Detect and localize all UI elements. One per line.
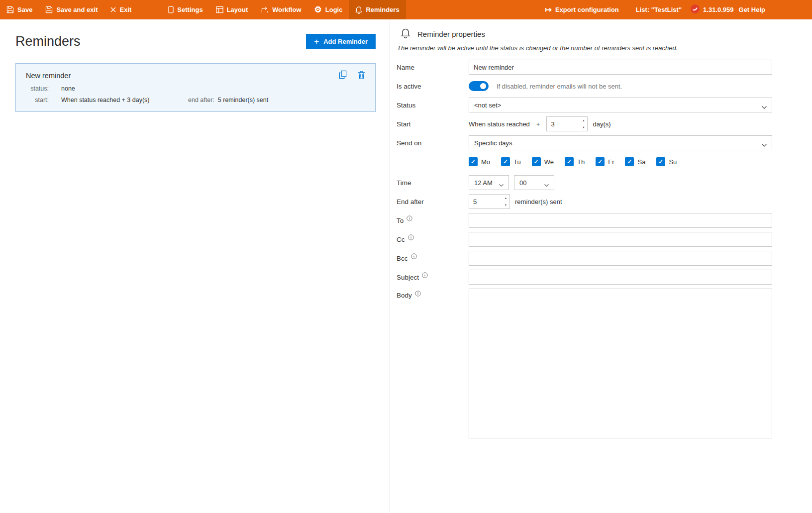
workflow-label: Workflow bbox=[272, 6, 301, 13]
trash-icon bbox=[358, 71, 365, 81]
checkbox-checked[interactable]: ✓ bbox=[565, 157, 574, 166]
body-textarea[interactable] bbox=[469, 289, 772, 438]
name-row: Name bbox=[397, 60, 772, 75]
to-row: To bbox=[397, 213, 772, 228]
time-minute-value: 00 bbox=[519, 179, 526, 187]
day-checkbox-tu[interactable]: ✓ Tu bbox=[501, 157, 521, 166]
spin-up-button[interactable]: ▴ bbox=[502, 195, 509, 202]
spin-up-button[interactable]: ▴ bbox=[580, 117, 587, 124]
plumsail-logo-icon bbox=[691, 4, 700, 15]
close-icon bbox=[110, 7, 116, 12]
day-label: We bbox=[544, 158, 554, 166]
bcc-input[interactable] bbox=[469, 251, 772, 266]
chevron-down-icon bbox=[544, 181, 549, 189]
check-icon: ✓ bbox=[627, 159, 632, 165]
properties-header: Reminder properties bbox=[397, 27, 772, 40]
info-icon[interactable] bbox=[406, 215, 412, 221]
reminder-card-start-row: start: When status reached + 3 day(s) en… bbox=[26, 97, 365, 103]
end-after-row-value: 5 reminder(s) sent bbox=[218, 97, 268, 103]
checkbox-checked[interactable]: ✓ bbox=[625, 157, 634, 166]
to-input[interactable] bbox=[469, 213, 772, 228]
layout-tab[interactable]: Layout bbox=[209, 0, 255, 19]
time-hour-value: 12 AM bbox=[474, 179, 493, 187]
info-icon[interactable] bbox=[415, 291, 421, 297]
save-and-exit-label: Save and exit bbox=[56, 6, 98, 13]
start-days-stepper: ▴ ▾ bbox=[546, 116, 588, 131]
check-icon: ✓ bbox=[534, 159, 539, 165]
save-and-exit-button[interactable]: Save and exit bbox=[39, 0, 104, 19]
day-checkbox-sa[interactable]: ✓ Sa bbox=[625, 157, 645, 166]
exit-label: Exit bbox=[119, 6, 131, 13]
add-reminder-button[interactable]: + Add Reminder bbox=[306, 34, 376, 49]
workflow-tab[interactable]: Workflow bbox=[254, 0, 307, 19]
save-icon bbox=[45, 6, 53, 13]
reminder-card-title: New reminder bbox=[26, 72, 71, 80]
check-icon: ✓ bbox=[598, 159, 603, 165]
checkbox-checked[interactable]: ✓ bbox=[469, 157, 478, 166]
day-checkbox-mo[interactable]: ✓ Mo bbox=[469, 157, 490, 166]
bell-icon bbox=[401, 28, 410, 40]
body-row: Body bbox=[397, 289, 772, 438]
start-days-input[interactable] bbox=[547, 117, 580, 131]
name-input[interactable] bbox=[469, 60, 772, 75]
export-configuration-button[interactable]: ↦ Export configuration bbox=[540, 5, 624, 14]
start-plus-text: + bbox=[536, 120, 540, 128]
spin-down-button[interactable]: ▾ bbox=[580, 124, 587, 131]
properties-note: The reminder will be active until the st… bbox=[397, 44, 772, 52]
plus-icon: + bbox=[314, 37, 319, 46]
page-title: Reminders bbox=[15, 34, 81, 49]
bell-icon bbox=[355, 6, 362, 14]
is-active-label: Is active bbox=[397, 83, 469, 90]
body-label: Body bbox=[397, 292, 412, 299]
spin-down-button[interactable]: ▾ bbox=[502, 202, 509, 208]
start-suffix-text: day(s) bbox=[593, 120, 610, 128]
settings-label: Settings bbox=[177, 6, 203, 13]
info-icon[interactable] bbox=[408, 234, 414, 240]
info-icon[interactable] bbox=[422, 272, 428, 278]
exit-button[interactable]: Exit bbox=[104, 0, 138, 19]
day-checkbox-fr[interactable]: ✓ Fr bbox=[596, 157, 614, 166]
reminder-card-title-row: New reminder bbox=[26, 70, 365, 81]
is-active-row: Is active If disabled, reminder emails w… bbox=[397, 79, 772, 94]
cc-input[interactable] bbox=[469, 232, 772, 247]
start-row-label: start: bbox=[26, 97, 49, 103]
checkbox-checked[interactable]: ✓ bbox=[656, 157, 665, 166]
save-icon bbox=[6, 6, 14, 13]
bcc-label: Bcc bbox=[397, 255, 408, 262]
is-active-toggle[interactable] bbox=[469, 81, 489, 91]
settings-tab[interactable]: Settings bbox=[162, 0, 209, 19]
info-icon[interactable] bbox=[411, 253, 417, 259]
status-select[interactable]: <not set> bbox=[469, 98, 772, 112]
subject-input[interactable] bbox=[469, 270, 772, 285]
time-minute-select[interactable]: 00 bbox=[514, 175, 554, 190]
reminders-tab[interactable]: Reminders bbox=[349, 0, 406, 19]
delete-reminder-button[interactable] bbox=[358, 70, 365, 81]
start-row: Start When status reached + ▴ ▾ day(s) bbox=[397, 116, 772, 131]
start-label: Start bbox=[397, 120, 469, 128]
status-row-label: status: bbox=[26, 85, 49, 92]
export-icon: ↦ bbox=[545, 5, 552, 14]
day-checkbox-we[interactable]: ✓ We bbox=[532, 157, 554, 166]
reminder-card[interactable]: New reminder status: none bbox=[15, 63, 376, 112]
day-label: Su bbox=[669, 158, 677, 166]
start-prefix-text: When status reached bbox=[469, 120, 530, 128]
day-checkbox-th[interactable]: ✓ Th bbox=[565, 157, 585, 166]
chevron-down-icon bbox=[761, 141, 767, 149]
get-help-link[interactable]: Get Help bbox=[738, 6, 770, 13]
logic-tab[interactable]: ⚙ Logic bbox=[308, 0, 349, 19]
workflow-icon bbox=[261, 6, 269, 13]
checkbox-checked[interactable]: ✓ bbox=[532, 157, 541, 166]
status-label: Status bbox=[397, 102, 469, 109]
day-label: Sa bbox=[637, 158, 645, 166]
copy-reminder-button[interactable] bbox=[339, 70, 347, 81]
end-after-input[interactable] bbox=[469, 195, 502, 208]
checkbox-checked[interactable]: ✓ bbox=[501, 157, 510, 166]
send-on-select[interactable]: Specific days bbox=[469, 135, 772, 150]
checkbox-checked[interactable]: ✓ bbox=[596, 157, 605, 166]
time-hour-select[interactable]: 12 AM bbox=[469, 175, 509, 190]
day-checkbox-su[interactable]: ✓ Su bbox=[656, 157, 677, 166]
reminder-card-status-row: status: none bbox=[26, 85, 365, 92]
gear-icon: ⚙ bbox=[314, 5, 322, 14]
save-button[interactable]: Save bbox=[0, 0, 39, 19]
chevron-down-icon bbox=[499, 181, 504, 189]
